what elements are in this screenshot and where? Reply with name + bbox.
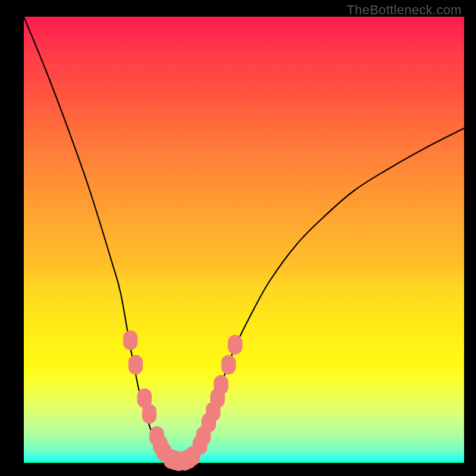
- credit-text: TheBottleneck.com: [347, 2, 462, 18]
- chart-frame: TheBottleneck.com: [0, 0, 476, 476]
- marker-point: [214, 375, 228, 394]
- curve-right-branch: [178, 129, 464, 462]
- plot-area: [24, 17, 464, 463]
- marker-point: [123, 331, 137, 350]
- marker-point: [129, 355, 143, 374]
- marker-point: [142, 404, 156, 423]
- bottleneck-curve: [24, 17, 464, 463]
- marker-point: [221, 355, 236, 374]
- marker-point: [228, 335, 242, 354]
- curve-left-branch: [24, 17, 178, 462]
